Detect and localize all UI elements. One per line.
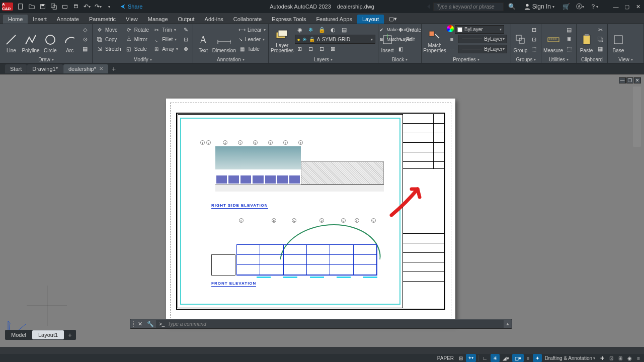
util-2-icon[interactable]: 🖩	[564, 35, 574, 44]
base-view-button[interactable]: Base	[610, 25, 627, 53]
status-grid-icon[interactable]: ⊞	[457, 354, 465, 362]
drawing-canvas[interactable]: — ❐ ✕ 1 2 3 4 5 6 7 8	[0, 74, 644, 347]
layer-properties-button[interactable]: Layer Properties	[271, 25, 294, 53]
maximize-icon[interactable]: ▢	[623, 3, 631, 10]
qat-open-icon[interactable]	[27, 2, 36, 11]
menu-express[interactable]: Express Tools	[267, 15, 311, 24]
menu-layout[interactable]: Layout	[357, 15, 384, 24]
layer-freeze-icon[interactable]: ❄	[306, 25, 316, 34]
panel-utilities-title[interactable]: Utilities▾	[543, 56, 574, 63]
status-dyn-icon[interactable]: ✦	[533, 354, 542, 362]
group-edit-icon[interactable]: ⊡	[529, 35, 539, 44]
tab-dealership[interactable]: dealership*✕	[63, 64, 108, 73]
layer-s4-icon[interactable]: ⊠	[328, 44, 338, 53]
panel-layers-title[interactable]: Layers▾	[271, 56, 376, 63]
draw-misc1-icon[interactable]: ◇	[80, 25, 90, 34]
insert-block-button[interactable]: Insert	[380, 25, 394, 53]
linetype-icon[interactable]: ⋯	[447, 45, 457, 54]
menu-parametric[interactable]: Parametric	[84, 15, 121, 24]
move-button[interactable]: ✥Move	[95, 25, 123, 34]
tab-model[interactable]: Model	[5, 330, 32, 339]
menu-home[interactable]: Home	[3, 15, 28, 24]
status-iso-icon[interactable]: ◢▾	[501, 354, 511, 362]
status-paper[interactable]: PAPER	[435, 354, 456, 362]
group-button[interactable]: Group	[513, 25, 528, 53]
menu-extra-icon[interactable]: ▢▾	[384, 14, 402, 24]
status-ortho-icon[interactable]: ∟	[480, 354, 490, 362]
table-button[interactable]: ▦Table	[237, 44, 266, 53]
status-a4-icon[interactable]: ◉	[625, 354, 634, 362]
lineweight-icon[interactable]: ≡	[447, 35, 457, 44]
panel-annotation-title[interactable]: Annotation▾	[195, 56, 266, 63]
status-a2-icon[interactable]: ⊡	[607, 354, 615, 362]
menu-collaborate[interactable]: Collaborate	[228, 15, 267, 24]
lineweight-selector[interactable]: ByLayer▾	[458, 35, 507, 43]
menu-insert[interactable]: Insert	[28, 15, 52, 24]
line-button[interactable]: Line	[2, 25, 21, 53]
clip-misc-icon[interactable]: ▦	[595, 44, 605, 53]
stretch-button[interactable]: ⇲Stretch	[95, 44, 123, 53]
draw-misc2-icon[interactable]: ⊙	[80, 35, 90, 44]
tab-layout1[interactable]: Layout1	[32, 330, 64, 339]
menu-view[interactable]: View	[121, 15, 143, 24]
util-3-icon[interactable]: ⬚	[564, 44, 574, 53]
color-selector[interactable]: ByLayer▾	[455, 25, 504, 34]
search-input[interactable]: Type a keyword or phrase	[433, 3, 504, 11]
cart-icon[interactable]: 🛒	[561, 2, 571, 11]
qat-more-icon[interactable]: ▾	[105, 2, 114, 11]
copy-button[interactable]: ⿻Copy	[95, 35, 123, 44]
status-polar-icon[interactable]: ✳	[491, 354, 500, 362]
cmd-history-icon[interactable]: ▲	[504, 321, 512, 326]
status-a3-icon[interactable]: ⊞	[616, 354, 624, 362]
tab-drawing1[interactable]: Drawing1*	[27, 64, 63, 73]
mdi-restore-icon[interactable]: ❐	[626, 77, 633, 83]
cmd-close-icon[interactable]: ✕	[135, 321, 145, 327]
modify-misc3-icon[interactable]: ⊜	[181, 44, 191, 53]
new-layout-button[interactable]: +	[64, 331, 76, 339]
cmd-customize-icon[interactable]: 🔧	[145, 321, 156, 327]
qat-plot-icon[interactable]	[60, 2, 69, 11]
layer-selector[interactable]: ● ☀ 🔓 A-SYMB-GRID ▾	[295, 35, 375, 44]
array-button[interactable]: ⊞Array▾	[151, 44, 180, 53]
linetype-selector[interactable]: ByLayer▾	[458, 45, 507, 53]
menu-output[interactable]: Output	[173, 15, 200, 24]
layer-s2-icon[interactable]: ⊟	[306, 44, 316, 53]
panel-modify-title[interactable]: Modify▾	[95, 56, 191, 63]
qat-undo-icon[interactable]: ↶▾	[83, 2, 92, 11]
util-1-icon[interactable]: ▤	[564, 25, 574, 34]
cut-icon[interactable]: ✂	[595, 25, 605, 34]
panel-groups-title[interactable]: Groups▾	[513, 56, 539, 63]
signin-button[interactable]: Sign In ▾	[522, 2, 556, 11]
edit-block-button[interactable]: ✎Edit	[395, 35, 423, 44]
autodesk-app-icon[interactable]: Ⓐ▾	[576, 2, 585, 11]
panel-draw-title[interactable]: Draw▾	[2, 56, 90, 63]
arc-button[interactable]: Arc	[60, 25, 79, 53]
layer-s3-icon[interactable]: ⊡	[317, 44, 327, 53]
cmd-input[interactable]: Type a command	[168, 321, 206, 327]
paste-button[interactable]: Paste	[579, 25, 594, 53]
qat-save-icon[interactable]	[38, 2, 47, 11]
measure-button[interactable]: Measure	[543, 25, 563, 53]
ungroup-icon[interactable]: ⊟	[529, 25, 539, 34]
panel-properties-title[interactable]: Properties▾	[424, 56, 509, 63]
menu-annotate[interactable]: Annotate	[52, 15, 84, 24]
draw-misc3-icon[interactable]: ▦	[80, 44, 90, 53]
rotate-button[interactable]: ⟳Rotate	[124, 25, 150, 34]
layer-lock-icon[interactable]: 🔒	[317, 25, 327, 34]
circle-button[interactable]: Circle	[41, 25, 60, 53]
status-snap-icon[interactable]: ⌖▾	[466, 354, 476, 362]
status-menu-icon[interactable]: ≡	[635, 354, 642, 362]
layer-s1-icon[interactable]: ⊞	[295, 44, 305, 53]
qat-print-icon[interactable]	[71, 2, 80, 11]
layer-iso-icon[interactable]: ◐	[328, 25, 338, 34]
copy-clip-icon[interactable]: ⿻	[595, 35, 605, 44]
layer-off-icon[interactable]: ◉	[295, 25, 305, 34]
linear-button[interactable]: ⟷Linear▾	[237, 25, 266, 34]
navigation-bar[interactable]	[633, 86, 641, 147]
new-tab-button[interactable]: +	[109, 64, 119, 73]
tab-close-icon[interactable]: ✕	[99, 66, 103, 71]
match-properties-button[interactable]: Match Properties	[424, 25, 446, 53]
tab-start[interactable]: Start	[5, 64, 27, 73]
viewport[interactable]: 1 2 3 4 5 6 7 8 RIGHT SIDE ELEVATION	[178, 114, 403, 308]
app-icon[interactable]: A CAD	[2, 3, 13, 11]
